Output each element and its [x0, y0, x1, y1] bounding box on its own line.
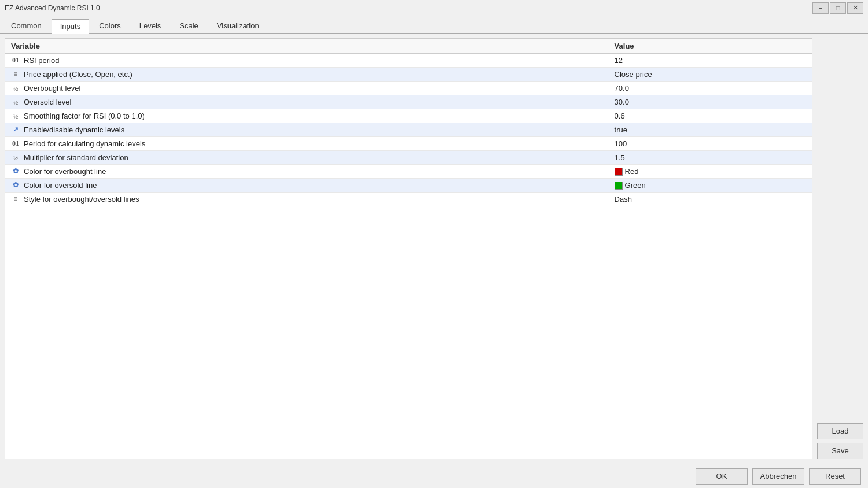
table-row[interactable]: 01RSI period12 [5, 54, 812, 68]
window-title: EZ Advanced Dynamic RSI 1.0 [5, 4, 100, 12]
variable-cell: ½Oversold level [5, 95, 609, 109]
value-cell: Red [609, 165, 812, 179]
table-row[interactable]: 01Period for calculating dynamic levels1… [5, 137, 812, 151]
tab-scale[interactable]: Scale [171, 19, 207, 33]
row-icon: 01 [11, 139, 20, 148]
value-cell: Green [609, 179, 812, 193]
table-row[interactable]: ✿Color for oversold lineGreen [5, 179, 812, 193]
row-icon: ½ [11, 154, 20, 161]
variable-cell: ≡Price applied (Close, Open, etc.) [5, 68, 609, 82]
tab-colors[interactable]: Colors [90, 19, 130, 33]
color-swatch [615, 168, 623, 176]
variable-label: Smoothing factor for RSI (0.0 to 1.0) [24, 112, 145, 120]
variable-cell: 01Period for calculating dynamic levels [5, 137, 609, 151]
value-cell: Dash [609, 193, 812, 206]
col-variable-header: Variable [5, 39, 609, 54]
variable-label: Overbought level [24, 84, 80, 93]
variable-label: Multiplier for standard deviation [24, 153, 128, 162]
abbrechen-button[interactable]: Abbrechen [752, 468, 804, 485]
variable-label: Price applied (Close, Open, etc.) [24, 70, 133, 79]
value-cell: Close price [609, 68, 812, 82]
col-value-header: Value [609, 39, 812, 54]
value-text: Red [625, 167, 639, 176]
table-row[interactable]: ✿Color for overbought lineRed [5, 165, 812, 179]
row-icon: 01 [11, 56, 20, 65]
row-icon: ✿ [11, 181, 20, 190]
variable-cell: ✿Color for oversold line [5, 179, 609, 193]
save-button[interactable]: Save [817, 443, 863, 459]
row-icon: ↗ [11, 125, 20, 134]
row-icon: ≡ [11, 70, 20, 79]
variable-label: Enable/disable dynamic levels [24, 125, 124, 134]
table-row[interactable]: ½Oversold level30.0 [5, 95, 812, 109]
variable-cell: ≡Style for overbought/oversold lines [5, 193, 609, 206]
value-cell: 30.0 [609, 95, 812, 109]
value-cell: true [609, 123, 812, 137]
reset-button[interactable]: Reset [809, 468, 861, 485]
table-header-row: Variable Value [5, 39, 812, 54]
row-icon: ½ [11, 113, 20, 120]
variable-label: RSI period [24, 56, 59, 65]
color-swatch [615, 182, 623, 190]
minimize-button[interactable]: − [812, 2, 829, 14]
variable-label: Style for overbought/oversold lines [24, 195, 139, 204]
title-bar: EZ Advanced Dynamic RSI 1.0 − □ ✕ [0, 0, 868, 16]
main-content: Variable Value 01RSI period12≡Price appl… [0, 34, 868, 464]
variable-cell: ½Overbought level [5, 82, 609, 95]
variable-cell: ↗Enable/disable dynamic levels [5, 123, 609, 137]
ok-button[interactable]: OK [696, 468, 748, 485]
value-cell: 12 [609, 54, 812, 68]
variable-cell: 01RSI period [5, 54, 609, 68]
value-cell: 0.6 [609, 109, 812, 123]
table-row[interactable]: ≡Price applied (Close, Open, etc.)Close … [5, 68, 812, 82]
variable-cell: ½Smoothing factor for RSI (0.0 to 1.0) [5, 109, 609, 123]
tab-levels[interactable]: Levels [131, 19, 170, 33]
tab-common[interactable]: Common [2, 19, 50, 33]
side-buttons: Load Save [817, 38, 863, 459]
variable-label: Color for oversold line [24, 181, 97, 190]
tab-bar: Common Inputs Colors Levels Scale Visual… [0, 16, 868, 34]
variable-label: Period for calculating dynamic levels [24, 139, 145, 148]
value-cell: 1.5 [609, 151, 812, 165]
variable-label: Oversold level [24, 98, 71, 106]
window-controls: − □ ✕ [812, 2, 863, 14]
maximize-button[interactable]: □ [830, 2, 846, 14]
row-icon: ✿ [11, 167, 20, 176]
table-row[interactable]: ½Overbought level70.0 [5, 82, 812, 95]
table-row[interactable]: ½Smoothing factor for RSI (0.0 to 1.0)0.… [5, 109, 812, 123]
variable-cell: ✿Color for overbought line [5, 165, 609, 179]
parameters-table: Variable Value 01RSI period12≡Price appl… [5, 39, 812, 206]
variable-cell: ½Multiplier for standard deviation [5, 151, 609, 165]
value-text: Green [625, 181, 646, 190]
row-icon: ½ [11, 99, 20, 106]
bottom-bar: OK Abbrechen Reset [0, 464, 868, 488]
variable-label: Color for overbought line [24, 167, 106, 176]
tab-inputs[interactable]: Inputs [52, 19, 89, 34]
table-row[interactable]: ½Multiplier for standard deviation1.5 [5, 151, 812, 165]
parameters-table-container: Variable Value 01RSI period12≡Price appl… [5, 38, 812, 459]
row-icon: ≡ [11, 195, 20, 204]
row-icon: ½ [11, 85, 20, 92]
table-row[interactable]: ≡Style for overbought/oversold linesDash [5, 193, 812, 206]
load-button[interactable]: Load [817, 423, 863, 439]
close-button[interactable]: ✕ [847, 2, 863, 14]
table-row[interactable]: ↗Enable/disable dynamic levelstrue [5, 123, 812, 137]
tab-visualization[interactable]: Visualization [208, 19, 268, 33]
value-cell: 100 [609, 137, 812, 151]
value-cell: 70.0 [609, 82, 812, 95]
